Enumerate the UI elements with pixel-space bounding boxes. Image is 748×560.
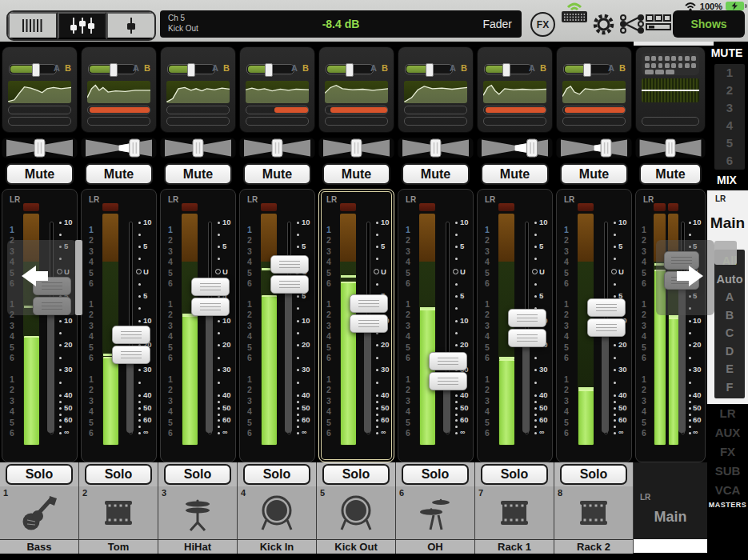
swipe-left-overlay[interactable]	[7, 240, 77, 315]
fader-track-lower[interactable]	[206, 298, 213, 433]
mute-button[interactable]: Mute	[322, 163, 390, 185]
eq-a-button[interactable]: A	[529, 63, 535, 73]
eq-a-button[interactable]: A	[608, 63, 614, 73]
fader-cap[interactable]	[429, 352, 467, 392]
eq-a-button[interactable]: A	[370, 63, 377, 73]
masters-label[interactable]: MASTERS	[707, 501, 748, 509]
eq-b-button[interactable]: B	[619, 63, 626, 73]
solo-button[interactable]: Solo	[481, 464, 548, 485]
gain-slider[interactable]	[563, 64, 611, 74]
gain-slider[interactable]	[88, 64, 136, 74]
fader-panel[interactable]: LR123456123456123456105U5102030405060∞	[160, 189, 236, 462]
channel-strip-7[interactable]: ABMuteLR123456123456123456105U5102030405…	[475, 42, 554, 560]
mute-button[interactable]: Mute	[481, 163, 549, 185]
channel-processing-thumbnail[interactable]: AB	[239, 46, 315, 133]
mute-button[interactable]: Mute	[560, 163, 628, 185]
channel-name[interactable]: HiHat	[158, 539, 238, 554]
pan-handle[interactable]	[601, 139, 611, 157]
mute-group-2[interactable]: 2	[714, 82, 745, 99]
fader-cap[interactable]	[508, 309, 546, 349]
pan-handle[interactable]	[527, 139, 538, 157]
view-group-c[interactable]: C	[714, 324, 745, 342]
pan-slider[interactable]	[2, 138, 78, 158]
view-meters-button[interactable]	[8, 12, 58, 39]
channel-icon-button[interactable]: 1	[0, 486, 79, 539]
fader-cap[interactable]	[112, 326, 150, 366]
pan-handle[interactable]	[666, 139, 675, 157]
pan-slider[interactable]	[81, 138, 157, 158]
channel-icon-button[interactable]: 8	[554, 486, 634, 539]
eq-b-button[interactable]: B	[65, 63, 71, 73]
channel-processing-thumbnail[interactable]: AB	[398, 46, 474, 133]
mute-button[interactable]: Mute	[243, 163, 311, 185]
eq-curve-thumbnail[interactable]	[87, 81, 150, 103]
channel-processing-thumbnail[interactable]: AB	[477, 46, 553, 133]
gain-slider[interactable]	[326, 64, 374, 74]
view-group-a[interactable]: A	[714, 288, 745, 306]
eq-a-button[interactable]: A	[133, 63, 139, 73]
master-type-vca[interactable]: VCA	[707, 481, 748, 500]
mute-group-6[interactable]: 6	[714, 152, 745, 170]
channel-name[interactable]: OH	[396, 539, 475, 554]
fader-cap[interactable]	[350, 294, 388, 334]
balance-slider[interactable]	[635, 138, 706, 158]
channel-processing-thumbnail[interactable]: AB	[318, 46, 394, 133]
gain-slider-handle[interactable]	[110, 63, 118, 77]
gain-slider-handle[interactable]	[32, 63, 40, 77]
master-type-aux[interactable]: AUX	[707, 423, 748, 442]
patch-routing-button[interactable]	[618, 14, 646, 37]
geq-keyboard-thumbnail[interactable]	[642, 53, 699, 75]
eq-b-button[interactable]: B	[223, 63, 230, 73]
eq-b-button[interactable]: B	[540, 63, 546, 73]
eq-curve-thumbnail[interactable]	[404, 81, 467, 103]
eq-curve-thumbnail[interactable]	[325, 81, 388, 103]
mute-button[interactable]: Mute	[402, 163, 470, 185]
channel-icon-button[interactable]: 5	[317, 486, 396, 539]
view-group-f[interactable]: F	[714, 378, 745, 397]
eq-a-button[interactable]: A	[212, 63, 218, 73]
view-single-fader-button[interactable]	[106, 12, 154, 39]
channel-strip-5[interactable]: ABMuteLR123456123456123456105U5102030405…	[317, 42, 396, 560]
shows-button[interactable]: Shows	[673, 10, 745, 38]
channel-processing-thumbnail[interactable]: AB	[2, 46, 78, 133]
mix-main-label[interactable]: Main	[707, 214, 748, 232]
eq-a-button[interactable]: A	[54, 63, 60, 73]
mute-button[interactable]: Mute	[639, 163, 702, 185]
gain-slider-handle[interactable]	[187, 63, 195, 77]
channel-strip-3[interactable]: ABMuteLR123456123456123456105U5102030405…	[158, 42, 238, 560]
fader-cap[interactable]	[191, 278, 230, 318]
channel-name[interactable]: Kick Out	[317, 539, 396, 554]
mute-group-3[interactable]: 3	[714, 99, 745, 117]
solo-button[interactable]: Solo	[164, 464, 231, 485]
pan-slider[interactable]	[556, 138, 632, 158]
gain-slider[interactable]	[484, 64, 532, 74]
pan-handle[interactable]	[351, 139, 362, 157]
channel-processing-thumbnail[interactable]: AB	[81, 46, 157, 133]
solo-button[interactable]: Solo	[85, 464, 152, 485]
pan-slider[interactable]	[160, 138, 236, 158]
gain-slider[interactable]	[405, 64, 453, 74]
midi-wifi-button[interactable]	[561, 0, 588, 26]
pan-handle[interactable]	[130, 139, 140, 157]
pan-handle[interactable]	[272, 139, 282, 157]
channel-icon-button[interactable]: 7	[475, 486, 554, 539]
solo-button[interactable]: Solo	[243, 464, 310, 485]
fader-track-lower[interactable]	[47, 297, 54, 433]
meter-bridge-button[interactable]	[645, 14, 672, 34]
pan-slider[interactable]	[477, 138, 553, 158]
master-processing-thumbnail[interactable]	[635, 46, 706, 133]
eq-curve-thumbnail[interactable]	[562, 81, 626, 103]
pan-slider[interactable]	[239, 138, 315, 158]
solo-button[interactable]: Solo	[402, 464, 469, 485]
channel-processing-thumbnail[interactable]: AB	[556, 46, 632, 133]
channel-strip-6[interactable]: ABMuteLR123456123456123456105U5102030405…	[396, 42, 475, 560]
swipe-left-tab[interactable]	[75, 240, 82, 315]
eq-b-button[interactable]: B	[144, 63, 150, 73]
mute-button[interactable]: Mute	[6, 163, 74, 185]
view-faders-button[interactable]	[58, 12, 107, 39]
mute-group-1[interactable]: 1	[714, 64, 745, 82]
eq-curve-thumbnail[interactable]	[483, 81, 546, 103]
settings-button[interactable]	[591, 12, 616, 39]
fader-panel[interactable]: LR123456123456123456105U5102030405060∞	[239, 189, 315, 462]
view-group-b[interactable]: B	[714, 306, 745, 325]
